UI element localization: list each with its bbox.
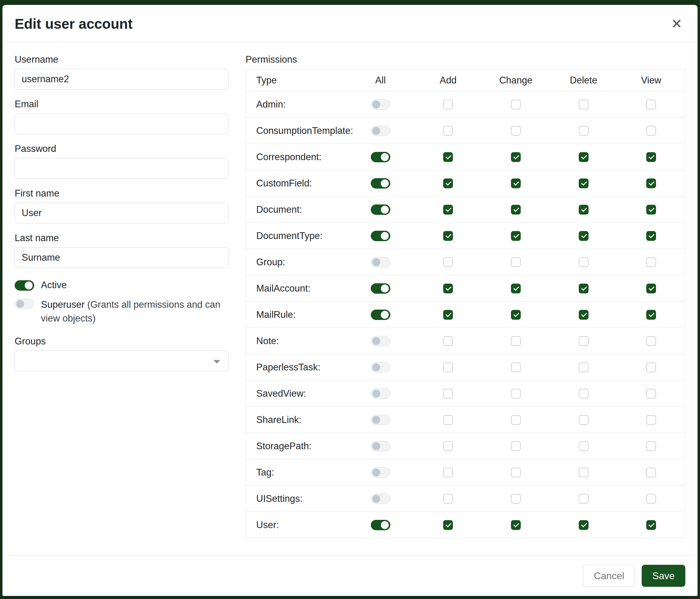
permission-change-checkbox[interactable] [511, 126, 521, 136]
username-input[interactable] [15, 69, 228, 90]
permission-all-toggle[interactable] [371, 336, 390, 346]
permission-change-checkbox[interactable] [511, 520, 521, 530]
permission-view-checkbox[interactable] [646, 126, 656, 136]
permission-delete-checkbox[interactable] [579, 336, 589, 346]
last-name-input[interactable] [15, 247, 228, 268]
permission-change-checkbox[interactable] [511, 336, 521, 346]
permission-view-checkbox[interactable] [646, 231, 656, 241]
superuser-toggle[interactable] [15, 298, 34, 309]
permission-delete-checkbox[interactable] [579, 389, 589, 399]
permission-all-toggle[interactable] [371, 152, 390, 162]
permission-delete-checkbox[interactable] [579, 126, 589, 136]
permission-add-checkbox[interactable] [443, 520, 453, 530]
cancel-button[interactable]: Cancel [583, 565, 635, 587]
permission-add-checkbox[interactable] [443, 441, 453, 451]
permission-change-checkbox[interactable] [511, 231, 521, 241]
permission-delete-checkbox[interactable] [579, 310, 589, 320]
permission-change-checkbox[interactable] [511, 152, 521, 162]
permission-view-checkbox[interactable] [646, 257, 656, 267]
permission-delete-checkbox[interactable] [579, 494, 589, 504]
permission-change-checkbox[interactable] [511, 205, 521, 215]
permission-delete-checkbox[interactable] [579, 100, 589, 110]
permission-add-checkbox[interactable] [443, 468, 453, 477]
permission-delete-checkbox[interactable] [579, 441, 589, 451]
groups-select[interactable] [15, 351, 228, 371]
permission-delete-checkbox[interactable] [579, 362, 589, 372]
permission-all-toggle[interactable] [371, 388, 390, 399]
permission-all-toggle[interactable] [371, 231, 390, 241]
permission-all-toggle[interactable] [371, 467, 390, 478]
permission-change-checkbox[interactable] [511, 178, 521, 188]
permission-delete-checkbox[interactable] [579, 415, 589, 425]
permission-change-checkbox[interactable] [511, 389, 521, 399]
permission-all-toggle[interactable] [371, 205, 390, 215]
permission-view-checkbox[interactable] [646, 152, 656, 162]
permission-add-checkbox[interactable] [443, 284, 453, 293]
permission-all-toggle[interactable] [371, 178, 390, 189]
permission-add-checkbox[interactable] [443, 178, 453, 188]
permission-all-toggle[interactable] [371, 441, 390, 451]
permission-change-checkbox[interactable] [511, 100, 521, 110]
permission-change-checkbox[interactable] [511, 310, 521, 320]
permission-view-checkbox[interactable] [646, 520, 656, 530]
permission-view-checkbox[interactable] [646, 494, 656, 504]
permission-add-checkbox[interactable] [443, 231, 453, 241]
permission-all-toggle[interactable] [371, 126, 390, 136]
permission-view-checkbox[interactable] [646, 284, 656, 293]
permission-add-checkbox[interactable] [443, 205, 453, 215]
permission-change-checkbox[interactable] [511, 441, 521, 451]
permission-all-toggle[interactable] [371, 520, 390, 530]
permission-view-checkbox[interactable] [646, 362, 656, 372]
permission-delete-checkbox[interactable] [579, 284, 589, 293]
permission-view-checkbox[interactable] [646, 468, 656, 477]
close-icon[interactable]: ✕ [669, 15, 684, 32]
permission-change-checkbox[interactable] [511, 415, 521, 425]
permission-change-checkbox[interactable] [511, 468, 521, 477]
active-toggle[interactable] [15, 280, 34, 291]
permission-view-checkbox[interactable] [646, 310, 656, 320]
permission-delete-checkbox[interactable] [579, 178, 589, 188]
permission-delete-checkbox[interactable] [579, 205, 589, 215]
permission-view-checkbox[interactable] [646, 336, 656, 346]
permission-delete-checkbox[interactable] [579, 257, 589, 267]
permission-row: MailAccount: [246, 275, 685, 301]
first-name-input[interactable] [15, 202, 228, 223]
permission-all-toggle[interactable] [371, 283, 390, 294]
permission-add-checkbox[interactable] [443, 389, 453, 399]
save-button[interactable]: Save [642, 565, 685, 587]
permission-change-checkbox[interactable] [511, 257, 521, 267]
permission-all-toggle[interactable] [371, 99, 390, 110]
permission-change-checkbox[interactable] [511, 362, 521, 372]
permission-row: Note: [246, 328, 685, 354]
permission-all-toggle[interactable] [371, 310, 390, 320]
permission-view-checkbox[interactable] [646, 178, 656, 188]
permission-view-checkbox[interactable] [646, 205, 656, 215]
permission-delete-checkbox[interactable] [579, 231, 589, 241]
permission-change-checkbox[interactable] [511, 284, 521, 293]
permission-delete-checkbox[interactable] [579, 468, 589, 477]
permission-row: SavedView: [246, 380, 685, 406]
permission-view-checkbox[interactable] [646, 415, 656, 425]
permission-add-checkbox[interactable] [443, 126, 453, 136]
permission-add-checkbox[interactable] [443, 494, 453, 504]
permission-all-toggle[interactable] [371, 415, 390, 425]
permission-all-toggle[interactable] [371, 494, 390, 504]
permission-view-checkbox[interactable] [646, 100, 656, 110]
permission-all-toggle[interactable] [371, 362, 390, 373]
permission-add-checkbox[interactable] [443, 152, 453, 162]
permission-add-checkbox[interactable] [443, 336, 453, 346]
permission-all-toggle[interactable] [371, 257, 390, 267]
permission-add-checkbox[interactable] [443, 415, 453, 425]
permission-add-checkbox[interactable] [443, 100, 453, 110]
password-input[interactable] [15, 158, 228, 179]
column-header-delete: Delete [550, 75, 618, 86]
permission-view-checkbox[interactable] [646, 389, 656, 399]
permission-add-checkbox[interactable] [443, 257, 453, 267]
email-input[interactable] [15, 113, 228, 134]
permission-change-checkbox[interactable] [511, 494, 521, 504]
permission-delete-checkbox[interactable] [579, 520, 589, 530]
permission-add-checkbox[interactable] [443, 362, 453, 372]
permission-delete-checkbox[interactable] [579, 152, 589, 162]
permission-view-checkbox[interactable] [646, 441, 656, 451]
permission-add-checkbox[interactable] [443, 310, 453, 320]
